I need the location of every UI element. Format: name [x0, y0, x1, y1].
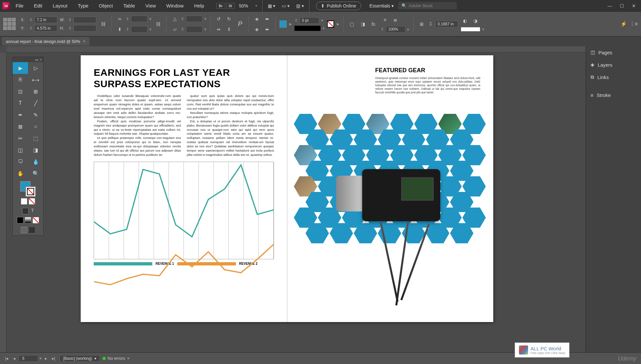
vertical-ruler[interactable] [0, 53, 7, 352]
leading-input[interactable] [435, 21, 458, 27]
select-prev-icon[interactable]: ◈ [252, 25, 261, 34]
default-black[interactable] [17, 217, 23, 223]
select-container-icon[interactable]: ◈ [252, 15, 261, 23]
rotate-input[interactable] [186, 16, 202, 22]
stroke-weight-input[interactable] [300, 17, 319, 24]
maximize-button[interactable]: ☐ [620, 3, 624, 8]
gap-tool[interactable]: ⟷ [28, 74, 43, 86]
pencil-tool[interactable]: ✎ [28, 109, 43, 121]
gradient-feather-tool[interactable]: ◨ [28, 144, 43, 156]
direct-selection-tool[interactable]: ▷ [28, 62, 43, 74]
drop-shadow-icon[interactable]: ◨ [359, 20, 367, 28]
apply-color-icon[interactable] [22, 208, 29, 214]
gradient-swatch-tool[interactable]: ◫ [13, 144, 28, 156]
apply-text-icon[interactable]: T [30, 208, 34, 214]
toolbox-stroke-swatch[interactable] [25, 186, 36, 197]
arrange-icon[interactable]: ▥ ▾ [293, 2, 307, 10]
menu-view[interactable]: View [141, 2, 160, 10]
zoom-dropdown[interactable]: ▾ [253, 4, 260, 7]
last-page-button[interactable]: ▸| [50, 356, 57, 361]
links-panel[interactable]: ⧉Links [586, 71, 641, 83]
hand-tool[interactable]: ✋ [13, 168, 28, 179]
minimize-button[interactable]: — [607, 3, 612, 8]
menu-type[interactable]: Type [73, 2, 93, 10]
default-none[interactable] [33, 217, 39, 223]
menu-object[interactable]: Object [94, 2, 117, 10]
content-collector-tool[interactable]: ⊡ [13, 86, 28, 97]
corner-options-icon[interactable]: ▢ [348, 20, 356, 28]
scale-y-input[interactable] [131, 26, 147, 33]
menu-help[interactable]: Help [189, 2, 209, 10]
tab-close-icon[interactable]: × [83, 39, 86, 44]
zoom-tool[interactable]: 🔍 [28, 168, 43, 179]
stroke-swatch[interactable] [327, 20, 334, 28]
formatting-text-icon[interactable] [29, 198, 35, 205]
toolbox-collapse-icon[interactable]: ◂◂ [35, 58, 38, 61]
shear-input[interactable] [186, 26, 202, 33]
color-preview[interactable] [461, 27, 480, 32]
document-spread[interactable]: EARNINGS FOR LAST YEAR SURPASS EXPECTATI… [81, 55, 493, 322]
publish-online-button[interactable]: ⬆ Publish Online [316, 2, 361, 10]
y-stepper-icon[interactable]: ⇕ [29, 26, 33, 31]
menu-table[interactable]: Table [119, 2, 140, 10]
stroke-style[interactable] [294, 26, 320, 31]
preview-mode-icon[interactable] [29, 227, 35, 233]
free-transform-tool[interactable]: ⬚ [28, 132, 43, 144]
formatting-container-icon[interactable] [21, 198, 27, 205]
menu-edit[interactable]: Edit [29, 2, 47, 10]
y-input[interactable] [34, 25, 57, 32]
bridge-button[interactable]: Br [216, 3, 225, 9]
fill-swatch[interactable] [280, 20, 287, 28]
ellipse-tool[interactable]: ○ [28, 121, 43, 132]
p-icon[interactable]: P [236, 20, 244, 28]
selection-tool[interactable]: ▶ [13, 62, 28, 74]
page-number-input[interactable] [19, 355, 38, 362]
preflight-profile[interactable]: [Basic] (working) ▾ [60, 355, 100, 362]
x-input[interactable] [34, 17, 57, 23]
zoom-level[interactable]: 50% [236, 3, 252, 8]
fx-icon[interactable]: fx. [370, 20, 378, 28]
scissors-tool[interactable]: ✂ [13, 132, 28, 144]
pages-panel[interactable]: ◫Pages [586, 46, 641, 59]
pen-tool[interactable]: ✒ [13, 109, 28, 121]
eyedropper-tool[interactable]: 💧 [28, 156, 43, 168]
normal-view-icon[interactable] [21, 227, 27, 233]
close-button[interactable]: ✕ [632, 3, 636, 8]
next-page-button[interactable]: ▸ [43, 356, 49, 361]
menu-window[interactable]: Window [162, 2, 188, 10]
stroke-panel[interactable]: ≡Stroke [586, 89, 641, 101]
w-input[interactable] [74, 17, 96, 23]
rotate-ccw-icon[interactable]: ↺ [214, 15, 223, 23]
fill-stroke-swatches[interactable] [20, 181, 36, 197]
quick-apply-icon[interactable]: ⚡ [621, 21, 627, 27]
select-content-icon[interactable]: ⬌ [263, 15, 271, 23]
screen-mode-icon[interactable]: ▭ ▾ [279, 2, 292, 10]
document-tab[interactable]: annual report - final design.indd @ 50% … [2, 37, 89, 46]
constrain-scale-icon[interactable]: ⛓ [154, 20, 162, 28]
type-tool[interactable]: T [13, 97, 28, 109]
canvas[interactable]: ◂◂✕ ▶ ▷ ⎘ ⟷ ⊡ ⊞ T ╱ ✒ ✎ ⊠ ○ ✂ ⬚ ◫ ◨ 🗨 💧 [0, 46, 586, 352]
line-tool[interactable]: ╱ [28, 97, 43, 109]
content-placer-tool[interactable]: ⊞ [28, 86, 43, 97]
stroke-dropdown[interactable]: ▸ [337, 21, 339, 27]
opacity-input[interactable] [386, 26, 405, 33]
prev-page-button[interactable]: ◂ [11, 356, 17, 361]
flip-v-icon[interactable]: ⇕ [225, 25, 233, 34]
view-options-icon[interactable]: ▦ ▾ [265, 2, 278, 10]
stock-button[interactable]: St [226, 3, 235, 9]
toolbox-close-icon[interactable]: ✕ [39, 58, 42, 61]
scale-x-input[interactable] [131, 16, 147, 22]
x-stepper-icon[interactable]: ⇕ [29, 18, 33, 22]
rotate-cw-icon[interactable]: ↻ [225, 15, 233, 23]
default-gradient[interactable] [25, 217, 31, 223]
menu-layout[interactable]: Layout [48, 2, 72, 10]
reference-point[interactable] [3, 18, 16, 30]
menu-file[interactable]: File [11, 2, 28, 10]
select-next-icon[interactable]: ⬌ [263, 25, 271, 34]
h-input[interactable] [74, 25, 96, 32]
flip-h-icon[interactable]: ⇔ [214, 25, 223, 34]
rectangle-frame-tool[interactable]: ⊠ [13, 121, 28, 132]
preflight-errors[interactable]: No errors [108, 356, 125, 361]
constrain-proportions-icon[interactable]: ⛓ [99, 20, 107, 28]
panel-menu-icon[interactable]: ⋮≡ [630, 21, 638, 27]
